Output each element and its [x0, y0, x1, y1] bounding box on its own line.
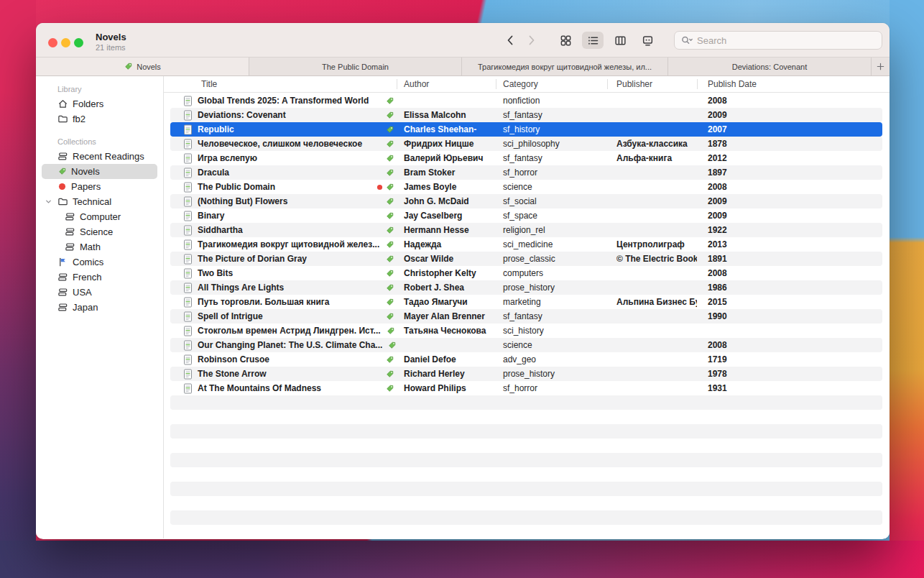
book-publish-date: 1719: [697, 354, 882, 364]
column-separator[interactable]: [697, 79, 698, 89]
doc-icon: [183, 182, 193, 193]
book-author: Oscar Wilde: [397, 254, 496, 264]
list-view-button[interactable]: [582, 32, 604, 49]
chevron-down-icon[interactable]: [45, 198, 52, 206]
sidebar-item-science[interactable]: Science: [42, 224, 157, 239]
column-separator[interactable]: [397, 79, 397, 89]
table-row[interactable]: Global Trends 2025: A Transformed Worldn…: [170, 93, 882, 108]
sidebar-item-computer[interactable]: Computer: [42, 209, 157, 224]
title-cell: Two Bits: [170, 268, 397, 279]
book-publish-date: 2013: [697, 239, 882, 249]
column-header-publish-date[interactable]: Publish Date: [708, 79, 757, 89]
empty-row[interactable]: [170, 496, 882, 510]
sidebar: LibraryFoldersfb2CollectionsRecent Readi…: [36, 76, 164, 538]
column-separator[interactable]: [496, 79, 496, 89]
book-category: science: [496, 340, 607, 350]
book-title: Binary: [198, 211, 224, 221]
table-row[interactable]: RepublicCharles Sheehan-sf_history2007: [170, 122, 882, 137]
column-header-category[interactable]: Category: [503, 79, 538, 89]
tag-icon: [385, 254, 394, 264]
sidebar-item-recent-readings[interactable]: Recent Readings: [42, 149, 157, 164]
table-row[interactable]: All Things Are LightsRobert J. Sheaprose…: [170, 280, 882, 295]
empty-row[interactable]: [170, 395, 882, 410]
grid-view-button[interactable]: [555, 32, 576, 49]
table-row[interactable]: BinaryJay Caselbergsf_space2009: [170, 208, 882, 223]
sidebar-item-technical[interactable]: Technical: [42, 194, 157, 209]
sidebar-item-fb2[interactable]: fb2: [42, 111, 157, 127]
empty-row[interactable]: [170, 410, 882, 424]
column-header-author[interactable]: Author: [404, 79, 429, 89]
empty-row[interactable]: [170, 525, 882, 538]
sidebar-item-comics[interactable]: Comics: [42, 254, 157, 270]
table-row[interactable]: The Public DomainJames Boylescience2008: [170, 180, 882, 194]
tab-4[interactable]: Deviations: Covenant: [668, 58, 872, 75]
sidebar-item-folders[interactable]: Folders: [42, 96, 157, 111]
table-row[interactable]: Трагикомедия вокруг щитовидной желез...Н…: [170, 237, 882, 252]
table-row[interactable]: Our Changing Planet: The U.S. Climate Ch…: [170, 338, 882, 352]
table-row[interactable]: The Picture of Dorian GrayOscar Wildepro…: [170, 252, 882, 266]
column-header-publisher[interactable]: Publisher: [616, 79, 652, 89]
home-icon: [57, 98, 68, 109]
row-marks: [385, 312, 397, 321]
book-category: prose_history: [496, 369, 607, 379]
column-separator[interactable]: [607, 79, 608, 89]
table-row[interactable]: The Stone ArrowRichard Herleyprose_histo…: [170, 367, 882, 381]
tag-icon: [385, 183, 394, 192]
table-row[interactable]: Deviations: CovenantElissa Malcohnsf_fan…: [170, 108, 882, 122]
doc-icon: [183, 124, 193, 135]
book-author: Фридрих Ницше: [397, 139, 496, 149]
table-row[interactable]: At The Mountains Of MadnessHoward Philip…: [170, 381, 882, 395]
table-row[interactable]: Robinson CrusoeDaniel Defoeadv_geo1719: [170, 352, 882, 367]
book-publisher: Азбука-классика: [607, 139, 697, 149]
table-row[interactable]: Стокгольм времен Астрид Линдгрен. Ист...…: [170, 324, 882, 338]
book-title: Dracula: [198, 168, 229, 178]
table-row[interactable]: Spell of IntrigueMayer Alan Brennersf_fa…: [170, 309, 882, 324]
row-marks: [385, 197, 397, 206]
empty-row[interactable]: [170, 467, 882, 482]
tab-2[interactable]: The Public Domain: [249, 58, 462, 75]
title-cell: The Picture of Dorian Gray: [170, 254, 397, 265]
book-title: Стокгольм времен Астрид Линдгрен. Ист...: [198, 326, 381, 336]
title-cell: (Nothing But) Flowers: [170, 196, 397, 207]
search-input[interactable]: [697, 35, 876, 46]
wallpaper-right-band: [890, 0, 924, 578]
table-row[interactable]: Two BitsChristopher Keltycomputers2008: [170, 266, 882, 280]
sidebar-item-novels[interactable]: Novels: [42, 164, 157, 179]
book-category: sf_fantasy: [496, 311, 607, 321]
empty-row[interactable]: [170, 453, 882, 467]
tab-3[interactable]: Трагикомедия вокруг щитовидной железы, и…: [462, 58, 668, 75]
sidebar-item-math[interactable]: Math: [42, 239, 157, 254]
books-icon: [57, 287, 68, 298]
sidebar-item-french[interactable]: French: [42, 270, 157, 285]
search-field[interactable]: [674, 31, 882, 50]
table-row[interactable]: SiddharthaHermann Hessereligion_rel1922: [170, 223, 882, 237]
empty-row[interactable]: [170, 482, 882, 496]
zoom-button[interactable]: [74, 38, 83, 47]
table-row[interactable]: (Nothing But) FlowersJohn G. McDaidsf_so…: [170, 194, 882, 208]
book-category: adv_geo: [496, 354, 607, 364]
empty-row[interactable]: [170, 439, 882, 453]
forward-icon[interactable]: [526, 34, 537, 47]
minimize-button[interactable]: [61, 38, 70, 47]
table-row[interactable]: Человеческое, слишком человеческоеФридри…: [170, 137, 882, 151]
sidebar-item-usa[interactable]: USA: [42, 285, 157, 300]
back-icon[interactable]: [504, 34, 516, 47]
table-row[interactable]: DraculaBram Stokersf_horror1897: [170, 165, 882, 180]
book-category: sci_philosophy: [496, 139, 607, 149]
empty-row[interactable]: [170, 510, 882, 525]
book-publisher: © The Electric Book...: [607, 254, 697, 264]
empty-row[interactable]: [170, 424, 882, 439]
sidebar-item-papers[interactable]: Papers: [42, 179, 157, 194]
sidebar-item-japan[interactable]: Japan: [42, 300, 157, 315]
columns-view-button[interactable]: [609, 32, 631, 49]
row-marks: [385, 154, 397, 163]
column-header-title[interactable]: Title: [201, 79, 217, 89]
sidebar-item-label: Recent Readings: [73, 151, 144, 162]
close-button[interactable]: [48, 38, 57, 47]
gallery-view-button[interactable]: [637, 32, 658, 49]
table-row[interactable]: Игра вслепуюВалерий Юрьевичsf_fantasyАль…: [170, 151, 882, 165]
tab-1[interactable]: Novels: [36, 58, 249, 75]
table-row[interactable]: Путь торговли. Большая книгаТадао Ямагуч…: [170, 295, 882, 309]
wallpaper-left-band: [0, 0, 36, 578]
new-tab-button[interactable]: [872, 58, 890, 75]
